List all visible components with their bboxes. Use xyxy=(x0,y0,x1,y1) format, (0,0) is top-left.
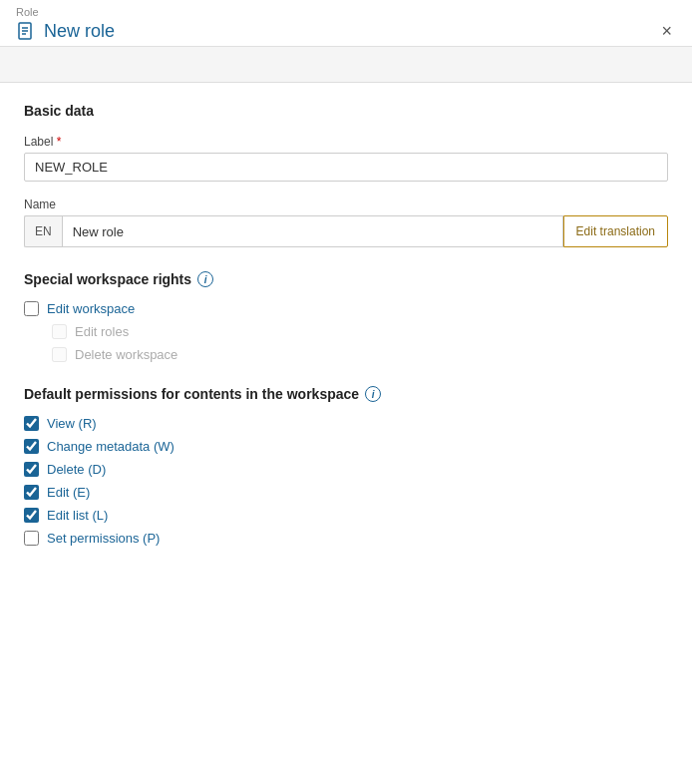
checkbox-edit: Edit (E) xyxy=(24,485,668,500)
default-permissions-checkboxes: View (R) Change metadata (W) Delete (D) … xyxy=(24,416,668,546)
label-form-group: Label * xyxy=(24,135,668,182)
set-permissions-checkbox[interactable] xyxy=(24,531,39,546)
checkbox-delete: Delete (D) xyxy=(24,462,668,477)
workspace-rights-checkboxes: Edit workspace Edit roles Delete workspa… xyxy=(24,301,668,362)
page-icon xyxy=(16,21,36,41)
tab-bar xyxy=(0,47,692,83)
default-permissions-section: Default permissions for contents in the … xyxy=(24,386,668,546)
change-metadata-label[interactable]: Change metadata (W) xyxy=(47,439,174,454)
workspace-rights-title: Special workspace rights xyxy=(24,271,191,287)
header-bar: Role New role × xyxy=(0,0,692,47)
basic-data-title: Basic data xyxy=(24,103,668,119)
workspace-rights-info-icon[interactable]: i xyxy=(197,271,213,287)
checkbox-set-permissions: Set permissions (P) xyxy=(24,531,668,546)
name-form-group: Name EN Edit translation xyxy=(24,197,668,247)
label-field-label: Label * xyxy=(24,135,668,149)
checkbox-edit-roles: Edit roles xyxy=(52,324,668,339)
change-metadata-checkbox[interactable] xyxy=(24,439,39,454)
delete-label[interactable]: Delete (D) xyxy=(47,462,106,477)
label-input[interactable] xyxy=(24,153,668,182)
breadcrumb: Role xyxy=(16,6,676,18)
delete-workspace-label: Delete workspace xyxy=(75,347,177,362)
checkbox-delete-workspace: Delete workspace xyxy=(52,347,668,362)
default-permissions-title: Default permissions for contents in the … xyxy=(24,386,359,402)
checkbox-edit-list: Edit list (L) xyxy=(24,508,668,523)
checkbox-change-metadata: Change metadata (W) xyxy=(24,439,668,454)
set-permissions-label[interactable]: Set permissions (P) xyxy=(47,531,160,546)
lang-badge: EN xyxy=(24,215,62,247)
name-field-label: Name xyxy=(24,197,668,211)
content-area: Basic data Label * Name EN Edit translat… xyxy=(0,83,692,582)
edit-workspace-label[interactable]: Edit workspace xyxy=(47,301,135,316)
required-star: * xyxy=(57,135,62,149)
view-checkbox[interactable] xyxy=(24,416,39,431)
edit-translation-button[interactable]: Edit translation xyxy=(563,215,668,247)
edit-roles-checkbox[interactable] xyxy=(52,324,67,339)
edit-list-checkbox[interactable] xyxy=(24,508,39,523)
basic-data-section: Basic data Label * Name EN Edit translat… xyxy=(24,103,668,247)
delete-checkbox[interactable] xyxy=(24,462,39,477)
name-input[interactable] xyxy=(62,215,563,247)
edit-checkbox[interactable] xyxy=(24,485,39,500)
close-button[interactable]: × xyxy=(657,20,676,42)
edit-label[interactable]: Edit (E) xyxy=(47,485,90,500)
edit-roles-label: Edit roles xyxy=(75,324,129,339)
workspace-rights-section: Special workspace rights i Edit workspac… xyxy=(24,271,668,362)
checkbox-view: View (R) xyxy=(24,416,668,431)
view-label[interactable]: View (R) xyxy=(47,416,97,431)
default-permissions-info-icon[interactable]: i xyxy=(365,386,381,402)
page-title: New role xyxy=(44,21,115,42)
delete-workspace-checkbox[interactable] xyxy=(52,347,67,362)
edit-list-label[interactable]: Edit list (L) xyxy=(47,508,108,523)
checkbox-edit-workspace: Edit workspace xyxy=(24,301,668,316)
edit-workspace-checkbox[interactable] xyxy=(24,301,39,316)
